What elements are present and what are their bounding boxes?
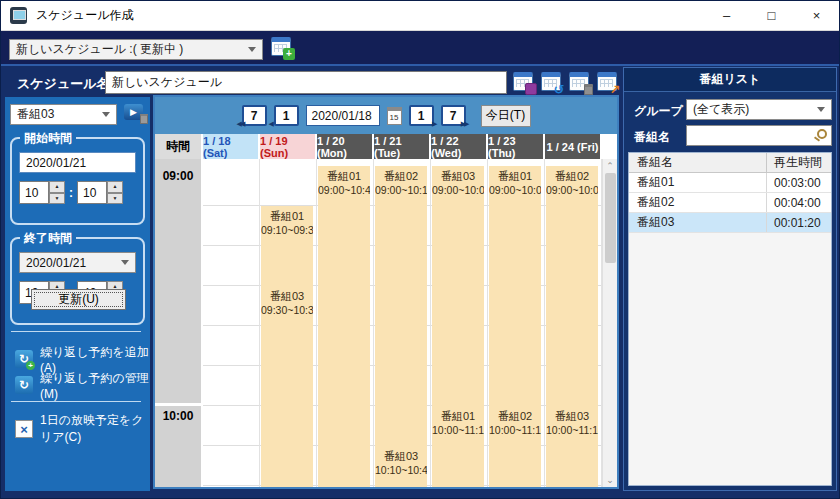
program-name-label: 番組名 — [634, 129, 670, 146]
repeat-manage-icon: ↻ — [15, 376, 33, 394]
program-name-cell: 番組02 — [629, 194, 766, 211]
schedule-event[interactable]: 番組0309:00~10:00 — [432, 166, 484, 406]
schedule-name-value: 新しいスケジュール — [112, 74, 222, 91]
end-date-dropdown[interactable]: 2020/01/21 — [19, 252, 136, 273]
schedule-event[interactable]: 番組0210:00~11:10 — [489, 406, 541, 487]
day-header-4: 1 / 22 (Wed) — [431, 134, 488, 159]
remove-program-button[interactable]: ▶ — [124, 102, 148, 124]
start-hour-value: 10 — [25, 186, 38, 200]
schedule-name-input[interactable]: 新しいスケジュール — [105, 71, 507, 94]
schedule-event[interactable]: 番組0109:00~10:00 — [489, 166, 541, 406]
event-title: 番組03 — [261, 289, 313, 304]
start-minute-stepper[interactable]: ▲▼ — [107, 181, 123, 204]
spin-down-icon[interactable]: ▼ — [107, 193, 123, 205]
day-header-5: 1 / 23 (Thu) — [488, 134, 545, 159]
program-duration-cell: 00:01:20 — [766, 213, 831, 232]
chevron-down-icon — [121, 260, 129, 265]
close-button[interactable]: × — [794, 1, 839, 30]
trash-icon — [584, 84, 593, 95]
scroll-down-icon[interactable]: ⌄ — [603, 475, 617, 485]
group-filter-dropdown[interactable]: (全て表示) — [686, 99, 832, 120]
manage-repeat-reservation-link[interactable]: ↻ 繰り返し予約の管理(M) — [15, 375, 150, 395]
schedule-event[interactable]: 番組0310:00~11:10 — [546, 406, 598, 487]
calendar-date-input[interactable]: 2020/01/18 — [306, 105, 380, 126]
hour-separator — [155, 403, 201, 406]
program-row[interactable]: 番組0100:03:00 — [629, 173, 831, 193]
event-title: 番組01 — [432, 409, 484, 424]
event-title: 番組01 — [489, 169, 541, 184]
program-row[interactable]: 番組0200:04:00 — [629, 193, 831, 213]
minimize-button[interactable]: – — [704, 1, 749, 30]
fwd-7-label: 7 — [450, 109, 457, 123]
day-column-1[interactable]: 番組0109:10~09:30番組0309:30~10:30 — [260, 159, 317, 487]
start-hour-stepper[interactable]: ▲▼ — [49, 181, 65, 204]
divider — [11, 331, 141, 332]
edit-sidebar: 番組03 ▶ 開始時間 2020/01/21 10 ▲▼ : 10 ▲▼ 終了時… — [5, 97, 150, 491]
schedule-event[interactable]: 番組0310:10~10:40 — [375, 446, 427, 487]
back-1-day-button[interactable]: 1◀ — [274, 105, 299, 126]
program-search-input[interactable] — [686, 125, 832, 146]
event-time: 10:00~11:10 — [546, 424, 598, 436]
start-hour-input[interactable]: 10 — [19, 181, 49, 204]
day-column-4[interactable]: 番組0309:00~10:00番組0110:00~11:10 — [431, 159, 488, 487]
save-schedule-button[interactable] — [513, 71, 537, 95]
day-column-5[interactable]: 番組0109:00~10:00番組0210:00~11:10 — [488, 159, 545, 487]
save-icon — [525, 83, 537, 95]
schedule-selector-dropdown[interactable]: 新しいスケジュール :( 更新中 ) — [9, 39, 263, 60]
plus-icon: + — [283, 48, 295, 60]
double-right-arrow-icon: ▶▶ — [461, 120, 468, 128]
forward-7-days-button[interactable]: 7▶▶ — [441, 105, 466, 126]
day-column-0[interactable] — [203, 159, 260, 487]
scroll-thumb[interactable] — [605, 173, 616, 263]
schedule-event[interactable]: 番組0109:00~10:40 — [318, 166, 370, 487]
day-column-3[interactable]: 番組0209:00~10:10番組0310:10~10:40 — [374, 159, 431, 487]
group-filter-value: (全て表示) — [693, 101, 749, 118]
manage-repeat-reservation-label: 繰り返し予約の管理(M) — [40, 370, 150, 401]
spin-up-icon[interactable]: ▲ — [49, 181, 65, 193]
mini-cal-day: 15 — [390, 113, 399, 122]
chevron-down-icon — [248, 47, 256, 52]
schedule-event[interactable]: 番組0109:10~09:30 — [261, 206, 313, 286]
program-row[interactable]: 番組0300:01:20 — [629, 213, 831, 233]
calendar-date-value: 2020/01/18 — [312, 109, 372, 123]
calendar-area: 7◀◀ 1◀ 2020/01/18 15 1▶ 7▶▶ 今日(T) 時間 1 /… — [153, 95, 619, 489]
today-button[interactable]: 今日(T) — [481, 105, 531, 127]
program-duration-cell: 00:04:00 — [766, 193, 831, 212]
new-schedule-button[interactable]: + — [271, 36, 295, 60]
date-picker-icon[interactable]: 15 — [387, 107, 402, 125]
plus-icon: + — [26, 361, 35, 370]
day-header-2: 1 / 20 (Mon) — [317, 134, 374, 159]
hour-label: 09:00 — [155, 169, 201, 183]
back-7-days-button[interactable]: 7◀◀ — [242, 105, 267, 126]
event-time: 09:00~10:00 — [489, 184, 541, 196]
trash-icon — [140, 114, 148, 124]
spin-up-icon[interactable]: ▲ — [107, 181, 123, 193]
delete-schedule-button[interactable] — [569, 71, 593, 95]
export-schedule-button[interactable]: ↗ — [597, 71, 621, 95]
column-header-duration: 再生時間 — [766, 153, 831, 172]
add-repeat-reservation-link[interactable]: ↻+ 繰り返し予約を追加(A) — [15, 349, 150, 369]
event-time: 10:10~10:40 — [375, 464, 427, 476]
day-column-2[interactable]: 番組0109:00~10:40 — [317, 159, 374, 487]
schedule-event[interactable]: 番組0309:30~10:30 — [261, 286, 313, 487]
forward-1-day-button[interactable]: 1▶ — [409, 105, 434, 126]
grid-scrollbar[interactable]: ⌃ ⌄ — [602, 159, 617, 487]
day-header-6: 1 / 24 (Fri) — [545, 134, 602, 159]
reload-schedule-button[interactable]: ↺ — [541, 71, 565, 95]
spin-down-icon[interactable]: ▼ — [49, 193, 65, 205]
schedule-event[interactable]: 番組0209:00~10:00 — [546, 166, 598, 406]
update-button[interactable]: 更新(U) — [31, 289, 126, 310]
start-minute-input[interactable]: 10 — [77, 181, 107, 204]
maximize-button[interactable]: □ — [749, 1, 794, 30]
day-column-6[interactable]: 番組0209:00~10:00番組0310:00~11:10 — [545, 159, 602, 487]
schedule-grid[interactable]: 09:0010:00 番組0109:10~09:30番組0309:30~10:3… — [155, 159, 617, 487]
schedule-event[interactable]: 番組0110:00~11:10 — [432, 406, 484, 487]
divider — [1, 64, 839, 66]
clear-day-link[interactable]: × 1日の放映予定をクリア(C) — [15, 419, 150, 439]
scroll-up-icon[interactable]: ⌃ — [603, 161, 617, 171]
program-selector-dropdown[interactable]: 番組03 — [10, 104, 117, 125]
window-title: スケジュール作成 — [36, 7, 133, 24]
day-header-row: 時間 1 / 18 (Sat)1 / 19 (Sun)1 / 20 (Mon)1… — [155, 134, 617, 159]
start-date-input[interactable]: 2020/01/21 — [19, 152, 136, 173]
schedule-event[interactable]: 番組0209:00~10:10 — [375, 166, 427, 446]
